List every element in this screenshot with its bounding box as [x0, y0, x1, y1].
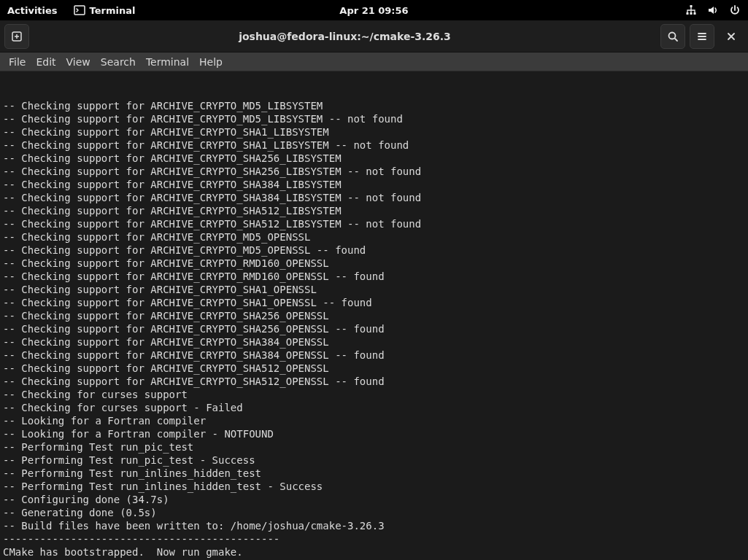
- terminal-line: CMake has bootstrapped. Now run gmake.: [3, 545, 745, 559]
- clock[interactable]: Apr 21 09:56: [339, 5, 408, 16]
- terminal-line: -- Checking support for ARCHIVE_CRYPTO_S…: [3, 139, 745, 152]
- menu-file[interactable]: File: [9, 56, 26, 68]
- menu-terminal[interactable]: Terminal: [146, 56, 189, 68]
- close-window-button[interactable]: [719, 24, 744, 49]
- active-app-indicator[interactable]: Terminal: [74, 5, 136, 16]
- terminal-line: -- Checking support for ARCHIVE_CRYPTO_R…: [3, 257, 745, 270]
- terminal-line: -- Checking support for ARCHIVE_CRYPTO_M…: [3, 244, 745, 257]
- terminal-line: -- Checking support for ARCHIVE_CRYPTO_R…: [3, 270, 745, 283]
- menu-edit[interactable]: Edit: [36, 56, 55, 68]
- search-button[interactable]: [660, 24, 685, 49]
- volume-icon[interactable]: [707, 4, 719, 16]
- terminal-line: -- Generating done (0.5s): [3, 506, 745, 519]
- terminal-output: -- Checking support for ARCHIVE_CRYPTO_M…: [3, 99, 745, 559]
- terminal-line: -- Performing Test run_pic_test: [3, 440, 745, 454]
- terminal-line: -- Checking support for ARCHIVE_CRYPTO_S…: [3, 191, 745, 204]
- terminal-line: -- Checking support for ARCHIVE_CRYPTO_S…: [3, 204, 745, 217]
- network-icon[interactable]: [685, 4, 697, 16]
- terminal-line: -- Build files have been written to: /ho…: [3, 519, 745, 532]
- menu-help[interactable]: Help: [199, 56, 223, 68]
- terminal-line: -- Performing Test run_pic_test - Succes…: [3, 454, 745, 467]
- terminal-line: -- Checking support for ARCHIVE_CRYPTO_M…: [3, 230, 745, 244]
- power-icon[interactable]: [729, 4, 741, 16]
- svg-rect-4: [694, 12, 696, 15]
- terminal-line: -- Checking support for ARCHIVE_CRYPTO_S…: [3, 125, 745, 139]
- active-app-name: Terminal: [90, 5, 136, 16]
- svg-rect-3: [690, 12, 693, 15]
- terminal-line: -- Checking support for ARCHIVE_CRYPTO_S…: [3, 309, 745, 322]
- terminal-line: -- Checking support for ARCHIVE_CRYPTO_S…: [3, 152, 745, 165]
- terminal-line: -- Configuring done (34.7s): [3, 493, 745, 506]
- terminal-line: -- Checking support for ARCHIVE_CRYPTO_M…: [3, 99, 745, 112]
- terminal-icon: [74, 5, 85, 15]
- terminal-viewport[interactable]: -- Checking support for ARCHIVE_CRYPTO_M…: [0, 71, 748, 560]
- terminal-line: -- Checking support for ARCHIVE_CRYPTO_S…: [3, 217, 745, 230]
- terminal-line: -- Performing Test run_inlines_hidden_te…: [3, 467, 745, 480]
- terminal-line: -- Checking support for ARCHIVE_CRYPTO_S…: [3, 322, 745, 335]
- gnome-top-bar: Activities Terminal Apr 21 09:56: [0, 0, 748, 20]
- terminal-line: -- Checking for curses support - Failed: [3, 401, 745, 414]
- svg-point-6: [669, 32, 676, 39]
- window-header-bar: joshua@fedora-linux:~/cmake-3.26.3: [0, 20, 748, 52]
- terminal-line: -- Checking for curses support: [3, 388, 745, 401]
- terminal-line: -- Checking support for ARCHIVE_CRYPTO_S…: [3, 165, 745, 178]
- terminal-line: -- Checking support for ARCHIVE_CRYPTO_S…: [3, 349, 745, 362]
- hamburger-menu-button[interactable]: [690, 24, 714, 49]
- terminal-line: -- Checking support for ARCHIVE_CRYPTO_S…: [3, 283, 745, 296]
- terminal-line: -- Performing Test run_inlines_hidden_te…: [3, 480, 745, 493]
- terminal-line: -- Checking support for ARCHIVE_CRYPTO_M…: [3, 112, 745, 125]
- terminal-line: -- Looking for a Fortran compiler: [3, 414, 745, 427]
- terminal-line: -- Checking support for ARCHIVE_CRYPTO_S…: [3, 178, 745, 191]
- terminal-line: -- Checking support for ARCHIVE_CRYPTO_S…: [3, 362, 745, 375]
- menu-view[interactable]: View: [66, 56, 90, 68]
- terminal-line: -- Looking for a Fortran compiler - NOTF…: [3, 427, 745, 440]
- menu-search[interactable]: Search: [101, 56, 136, 68]
- svg-rect-1: [690, 5, 693, 7]
- window-title: joshua@fedora-linux:~/cmake-3.26.3: [34, 31, 656, 42]
- new-tab-button[interactable]: [4, 24, 29, 49]
- terminal-line: ----------------------------------------…: [3, 532, 745, 545]
- activities-button[interactable]: Activities: [7, 5, 58, 16]
- terminal-line: -- Checking support for ARCHIVE_CRYPTO_S…: [3, 296, 745, 309]
- svg-rect-0: [74, 6, 85, 15]
- svg-rect-2: [687, 12, 689, 15]
- terminal-line: -- Checking support for ARCHIVE_CRYPTO_S…: [3, 335, 745, 349]
- menu-bar: File Edit View Search Terminal Help: [0, 52, 748, 71]
- terminal-line: -- Checking support for ARCHIVE_CRYPTO_S…: [3, 375, 745, 388]
